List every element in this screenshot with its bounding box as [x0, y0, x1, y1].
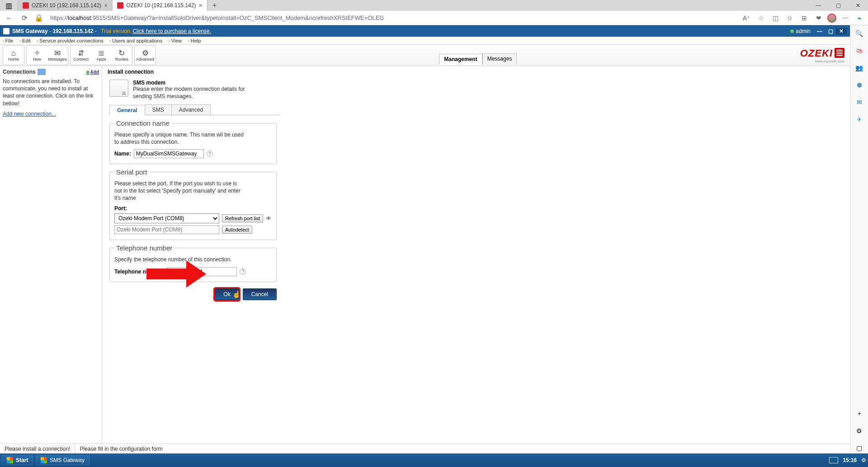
profile-avatar[interactable]: [827, 14, 836, 23]
gear-icon: ⚙: [142, 49, 149, 57]
status-bar: Please install a connection! Please fill…: [0, 443, 850, 453]
tools-icon[interactable]: ⬢: [854, 80, 865, 90]
mode-tabs: Management Messages: [439, 53, 517, 64]
calendar-icon: [835, 48, 844, 58]
notifications-icon[interactable]: ⚙: [861, 457, 866, 463]
ok-button[interactable]: Ok: [215, 288, 239, 300]
extensions-icon[interactable]: ⊞: [798, 14, 810, 22]
favicon-icon: [117, 2, 123, 9]
browser-menu-icon[interactable]: ⋯: [839, 14, 851, 22]
config-tabs: General SMS Advanced: [109, 104, 279, 115]
performance-icon[interactable]: ❤: [813, 14, 825, 22]
cancel-button[interactable]: Cancel: [243, 288, 277, 300]
app-title-product: SMS Gateway: [12, 28, 48, 34]
toolbar-apps-button[interactable]: ≣Apps: [92, 47, 111, 64]
current-user-chip[interactable]: admin: [790, 28, 811, 34]
new-tab-button[interactable]: +: [208, 0, 222, 11]
main-panel: Install connection SMS modem Please ente…: [102, 66, 850, 443]
toolbar-messages-button[interactable]: ✉Messages: [48, 47, 67, 64]
tab-management[interactable]: Management: [439, 54, 482, 65]
toolbar-routes-button[interactable]: ↻Routes: [112, 47, 131, 64]
toolbar-new-button[interactable]: ✧New: [28, 47, 47, 64]
site-identity-icon[interactable]: 🔒: [33, 14, 44, 22]
current-user-name: admin: [796, 28, 811, 34]
favorites-bar-icon[interactable]: ✩: [784, 14, 796, 22]
reload-button[interactable]: ⟳: [18, 14, 31, 22]
hide-sidebar-icon[interactable]: ▢: [854, 443, 865, 453]
telephone-input[interactable]: [167, 267, 237, 276]
purchase-license-link[interactable]: Click here to purchase a license.: [132, 28, 211, 34]
toolbar-connect-button[interactable]: ⇵Connect: [71, 47, 90, 64]
taskbar-app-smsgateway[interactable]: SMS Gateway: [36, 455, 90, 465]
connections-sidebar: Connections Add No connections are insta…: [0, 66, 102, 443]
eye-icon[interactable]: 👁: [266, 215, 272, 222]
outlook-icon[interactable]: ✉: [854, 97, 865, 108]
group-connection-name: Connection name Please specify a unique …: [109, 119, 277, 164]
window-close-button[interactable]: ✕: [848, 0, 868, 11]
favorite-icon[interactable]: ☆: [755, 14, 767, 22]
tray-clock[interactable]: 15:16: [843, 457, 857, 463]
stack-icon: ≣: [98, 49, 104, 57]
group-telephone-number: Telephone number Specify the telephone n…: [109, 244, 277, 282]
brand-url: www.myozeki.com: [800, 59, 844, 63]
label-telephone: Telephone number:: [114, 269, 164, 275]
sidebar-add-link[interactable]: Add: [86, 70, 99, 75]
tab-overview-button[interactable]: ▥: [0, 0, 18, 11]
url-host: localhost: [68, 14, 91, 21]
menu-service-providers[interactable]: Service provider connections: [37, 38, 104, 43]
copilot-icon[interactable]: ⌁: [854, 14, 865, 22]
back-button[interactable]: ←: [3, 14, 15, 22]
refresh-port-list-button[interactable]: Refresh port list: [222, 214, 263, 222]
app-maximize-button[interactable]: ▢: [825, 28, 836, 34]
sidebar-settings-icon[interactable]: ⚙: [854, 425, 865, 436]
close-tab-icon[interactable]: ×: [198, 2, 202, 9]
edge-sidebar: 🔍 🛍 👥 ⬢ ✉ ✈ ＋ ⚙ ▢: [850, 25, 868, 453]
tab-title: OZEKI 10 (192.168.115.142): [126, 2, 196, 9]
read-aloud-icon[interactable]: A⁺: [741, 14, 752, 22]
menu-help[interactable]: Help: [188, 38, 201, 43]
send-icon[interactable]: ✈: [854, 114, 865, 125]
address-bar[interactable]: https://localhost:9515/SMS+Gateway/?a=In…: [47, 12, 738, 24]
search-icon[interactable]: 🔍: [854, 28, 865, 39]
tab-advanced[interactable]: Advanced: [171, 104, 211, 115]
window-minimize-button[interactable]: —: [808, 0, 828, 11]
menu-file[interactable]: File: [3, 38, 13, 43]
split-screen-icon[interactable]: ◫: [769, 14, 781, 22]
tab-messages[interactable]: Messages: [482, 53, 517, 64]
help-icon[interactable]: ?: [240, 269, 246, 275]
connections-icon: [38, 69, 46, 75]
help-icon[interactable]: ?: [207, 151, 213, 157]
toolbar-home-button[interactable]: ⌂Home: [4, 47, 23, 64]
add-sidebar-icon[interactable]: ＋: [854, 408, 865, 419]
connection-type-heading: SMS modem: [133, 80, 250, 86]
envelope-icon: ✉: [54, 49, 61, 57]
app-titlebar: SMS Gateway - 192.168.115.142 - Trial ve…: [0, 25, 850, 37]
browser-tab-0[interactable]: OZEKI 10 (192.168.115.142) ×: [18, 0, 113, 11]
tab-title: OZEKI 10 (192.168.115.142): [32, 2, 101, 9]
window-maximize-button[interactable]: ▢: [828, 0, 848, 11]
name-input[interactable]: [134, 149, 204, 158]
toolbar-advanced-button[interactable]: ⚙Advanced: [136, 47, 155, 64]
tab-general[interactable]: General: [109, 105, 145, 115]
app-minimize-button[interactable]: —: [814, 28, 825, 34]
tab-sms[interactable]: SMS: [145, 104, 172, 115]
port-select[interactable]: Ozeki Modem Port (COM8): [114, 213, 219, 223]
menu-users[interactable]: Users and applications: [109, 38, 162, 43]
keyboard-icon[interactable]: [829, 457, 838, 463]
legend-serial-port: Serial port: [114, 168, 149, 176]
menu-edit[interactable]: Edit: [19, 38, 30, 43]
modem-icon: [109, 80, 128, 97]
people-icon[interactable]: 👥: [854, 62, 865, 73]
windows-logo-icon: [7, 457, 13, 463]
browser-toolbar: ← ⟳ 🔒 https://localhost:9515/SMS+Gateway…: [0, 11, 868, 25]
shopping-icon[interactable]: 🛍: [854, 45, 865, 56]
app-close-button[interactable]: ✕: [836, 28, 847, 34]
browser-tabstrip: ▥ OZEKI 10 (192.168.115.142) × OZEKI 10 …: [0, 0, 868, 11]
autodetect-button[interactable]: Autodetect: [222, 226, 252, 234]
browser-tab-1[interactable]: OZEKI 10 (192.168.115.142) ×: [113, 0, 207, 11]
start-button[interactable]: Start: [2, 455, 33, 465]
menu-view[interactable]: View: [169, 38, 182, 43]
add-new-connection-link[interactable]: Add new connection...: [3, 111, 56, 117]
action-row: Ok Cancel: [109, 288, 277, 300]
close-tab-icon[interactable]: ×: [104, 2, 108, 9]
